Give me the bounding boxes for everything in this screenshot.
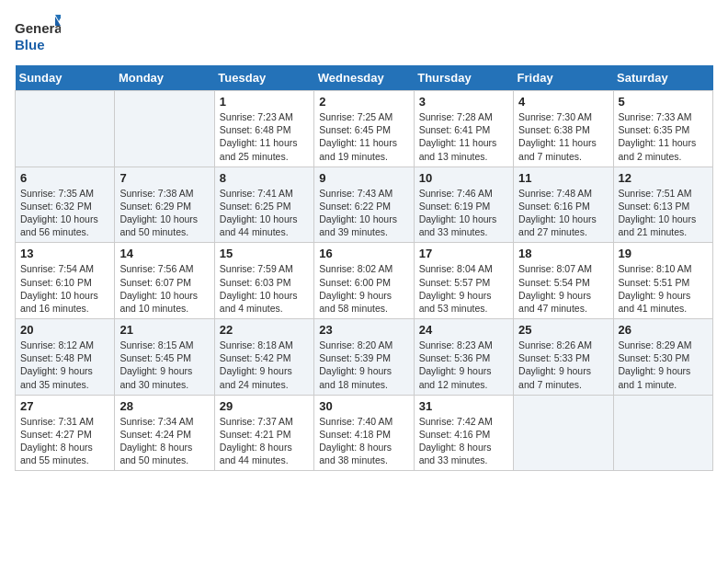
day-info: Sunrise: 8:04 AMSunset: 5:57 PMDaylight:… <box>419 262 508 315</box>
day-number: 29 <box>220 399 309 413</box>
day-info: Sunrise: 7:38 AMSunset: 6:29 PMDaylight:… <box>119 187 209 239</box>
logo: General Blue <box>15 15 61 56</box>
calendar-week-0: 1Sunrise: 7:23 AMSunset: 6:48 PMDaylight… <box>16 91 713 167</box>
day-number: 31 <box>419 399 508 413</box>
calendar-cell <box>115 91 214 167</box>
day-number: 28 <box>119 399 209 413</box>
day-info: Sunrise: 8:12 AMSunset: 5:48 PMDaylight:… <box>20 339 109 391</box>
calendar-week-2: 13Sunrise: 7:54 AMSunset: 6:10 PMDayligh… <box>16 243 713 319</box>
calendar-cell <box>613 395 712 471</box>
day-number: 24 <box>419 323 508 337</box>
calendar-cell: 23Sunrise: 8:20 AMSunset: 5:39 PMDayligh… <box>314 319 414 396</box>
day-info: Sunrise: 7:30 AMSunset: 6:38 PMDaylight:… <box>518 110 608 163</box>
day-info: Sunrise: 7:40 AMSunset: 4:18 PMDaylight:… <box>319 415 408 467</box>
day-info: Sunrise: 8:18 AMSunset: 5:42 PMDaylight:… <box>220 339 309 391</box>
header-tuesday: Tuesday <box>214 65 313 91</box>
day-number: 18 <box>518 247 608 260</box>
calendar-cell: 4Sunrise: 7:30 AMSunset: 6:38 PMDaylight… <box>514 91 613 167</box>
calendar-week-1: 6Sunrise: 7:35 AMSunset: 6:32 PMDaylight… <box>16 167 713 243</box>
calendar-cell: 17Sunrise: 8:04 AMSunset: 5:57 PMDayligh… <box>414 243 513 319</box>
calendar-cell: 8Sunrise: 7:41 AMSunset: 6:25 PMDaylight… <box>214 167 313 243</box>
day-number: 17 <box>419 247 508 260</box>
day-info: Sunrise: 7:33 AMSunset: 6:35 PMDaylight:… <box>619 110 708 163</box>
day-info: Sunrise: 7:51 AMSunset: 6:13 PMDaylight:… <box>619 187 708 239</box>
logo-svg: General Blue <box>15 15 61 56</box>
calendar-cell: 2Sunrise: 7:25 AMSunset: 6:45 PMDaylight… <box>314 91 414 167</box>
calendar-cell: 20Sunrise: 8:12 AMSunset: 5:48 PMDayligh… <box>16 319 115 396</box>
calendar-cell: 12Sunrise: 7:51 AMSunset: 6:13 PMDayligh… <box>613 167 712 243</box>
calendar-cell: 15Sunrise: 7:59 AMSunset: 6:03 PMDayligh… <box>214 243 313 319</box>
calendar-cell: 5Sunrise: 7:33 AMSunset: 6:35 PMDaylight… <box>613 91 712 167</box>
day-info: Sunrise: 7:35 AMSunset: 6:32 PMDaylight:… <box>20 187 109 239</box>
day-number: 4 <box>518 95 608 109</box>
day-number: 9 <box>319 171 408 185</box>
calendar-cell: 10Sunrise: 7:46 AMSunset: 6:19 PMDayligh… <box>414 167 513 243</box>
day-info: Sunrise: 7:59 AMSunset: 6:03 PMDaylight:… <box>220 262 309 315</box>
calendar-cell: 25Sunrise: 8:26 AMSunset: 5:33 PMDayligh… <box>514 319 613 396</box>
day-info: Sunrise: 7:23 AMSunset: 6:48 PMDaylight:… <box>220 110 309 163</box>
svg-text:General: General <box>15 20 61 36</box>
header-sunday: Sunday <box>16 65 115 91</box>
header-wednesday: Wednesday <box>314 65 414 91</box>
calendar-cell <box>514 395 613 471</box>
day-number: 8 <box>220 171 309 185</box>
day-number: 11 <box>518 171 608 185</box>
day-info: Sunrise: 7:48 AMSunset: 6:16 PMDaylight:… <box>518 187 608 239</box>
day-info: Sunrise: 7:31 AMSunset: 4:27 PMDaylight:… <box>20 415 109 467</box>
calendar-cell: 22Sunrise: 8:18 AMSunset: 5:42 PMDayligh… <box>214 319 313 396</box>
day-number: 25 <box>518 323 608 337</box>
day-number: 14 <box>119 247 209 260</box>
day-number: 22 <box>220 323 309 337</box>
day-number: 6 <box>20 171 109 185</box>
day-number: 15 <box>220 247 309 260</box>
day-number: 12 <box>619 171 708 185</box>
svg-text:Blue: Blue <box>15 37 45 52</box>
header-monday: Monday <box>115 65 214 91</box>
calendar-cell: 14Sunrise: 7:56 AMSunset: 6:07 PMDayligh… <box>115 243 214 319</box>
day-info: Sunrise: 7:41 AMSunset: 6:25 PMDaylight:… <box>220 187 309 239</box>
calendar-cell: 21Sunrise: 8:15 AMSunset: 5:45 PMDayligh… <box>115 319 214 396</box>
calendar-cell: 16Sunrise: 8:02 AMSunset: 6:00 PMDayligh… <box>314 243 414 319</box>
calendar-cell: 29Sunrise: 7:37 AMSunset: 4:21 PMDayligh… <box>214 395 313 471</box>
day-info: Sunrise: 8:02 AMSunset: 6:00 PMDaylight:… <box>319 262 408 315</box>
calendar-cell: 7Sunrise: 7:38 AMSunset: 6:29 PMDaylight… <box>115 167 214 243</box>
calendar-cell: 31Sunrise: 7:42 AMSunset: 4:16 PMDayligh… <box>414 395 513 471</box>
day-info: Sunrise: 7:43 AMSunset: 6:22 PMDaylight:… <box>319 187 408 239</box>
calendar-cell: 28Sunrise: 7:34 AMSunset: 4:24 PMDayligh… <box>115 395 214 471</box>
calendar-cell: 24Sunrise: 8:23 AMSunset: 5:36 PMDayligh… <box>414 319 513 396</box>
day-number: 7 <box>119 171 209 185</box>
calendar-cell: 13Sunrise: 7:54 AMSunset: 6:10 PMDayligh… <box>16 243 115 319</box>
header-friday: Friday <box>514 65 613 91</box>
day-info: Sunrise: 8:10 AMSunset: 5:51 PMDaylight:… <box>619 262 708 315</box>
calendar-cell: 1Sunrise: 7:23 AMSunset: 6:48 PMDaylight… <box>214 91 313 167</box>
day-number: 1 <box>220 95 309 109</box>
day-info: Sunrise: 8:23 AMSunset: 5:36 PMDaylight:… <box>419 339 508 391</box>
calendar-header: SundayMondayTuesdayWednesdayThursdayFrid… <box>16 65 713 91</box>
day-number: 16 <box>319 247 408 260</box>
day-info: Sunrise: 7:25 AMSunset: 6:45 PMDaylight:… <box>319 110 408 163</box>
day-info: Sunrise: 8:07 AMSunset: 5:54 PMDaylight:… <box>518 262 608 315</box>
calendar-cell: 9Sunrise: 7:43 AMSunset: 6:22 PMDaylight… <box>314 167 414 243</box>
calendar-cell: 30Sunrise: 7:40 AMSunset: 4:18 PMDayligh… <box>314 395 414 471</box>
day-info: Sunrise: 7:37 AMSunset: 4:21 PMDaylight:… <box>220 415 309 467</box>
day-number: 19 <box>619 247 708 260</box>
calendar-cell: 11Sunrise: 7:48 AMSunset: 6:16 PMDayligh… <box>514 167 613 243</box>
calendar-cell: 19Sunrise: 8:10 AMSunset: 5:51 PMDayligh… <box>613 243 712 319</box>
day-info: Sunrise: 7:54 AMSunset: 6:10 PMDaylight:… <box>20 262 109 315</box>
calendar-cell: 3Sunrise: 7:28 AMSunset: 6:41 PMDaylight… <box>414 91 513 167</box>
day-info: Sunrise: 7:46 AMSunset: 6:19 PMDaylight:… <box>419 187 508 239</box>
calendar-week-4: 27Sunrise: 7:31 AMSunset: 4:27 PMDayligh… <box>16 395 713 471</box>
day-number: 10 <box>419 171 508 185</box>
header-saturday: Saturday <box>613 65 712 91</box>
day-number: 21 <box>119 323 209 337</box>
calendar-cell: 27Sunrise: 7:31 AMSunset: 4:27 PMDayligh… <box>16 395 115 471</box>
day-number: 20 <box>20 323 109 337</box>
day-info: Sunrise: 7:56 AMSunset: 6:07 PMDaylight:… <box>119 262 209 315</box>
calendar-cell: 6Sunrise: 7:35 AMSunset: 6:32 PMDaylight… <box>16 167 115 243</box>
day-number: 23 <box>319 323 408 337</box>
day-info: Sunrise: 8:20 AMSunset: 5:39 PMDaylight:… <box>319 339 408 391</box>
calendar-body: 1Sunrise: 7:23 AMSunset: 6:48 PMDaylight… <box>16 91 713 471</box>
day-number: 26 <box>619 323 708 337</box>
calendar-table: SundayMondayTuesdayWednesdayThursdayFrid… <box>15 65 713 471</box>
calendar-cell: 26Sunrise: 8:29 AMSunset: 5:30 PMDayligh… <box>613 319 712 396</box>
